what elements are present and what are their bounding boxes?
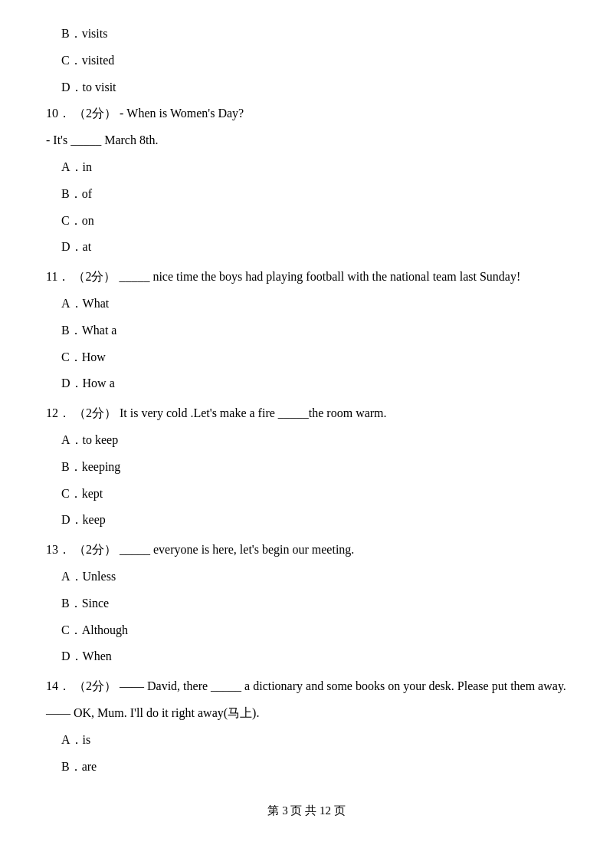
- q14-number: 14．: [46, 679, 70, 692]
- question-12: 12． （2分） It is very cold .Let's make a f…: [46, 403, 567, 531]
- footer-text: 第 3 页 共 12 页: [267, 804, 345, 817]
- question-10: 10． （2分） - When is Women's Day? - It's _…: [46, 103, 567, 258]
- q14-option-a: A．is: [46, 729, 567, 751]
- question-13: 13． （2分） _____ everyone is here, let's b…: [46, 539, 567, 668]
- q13-number: 13．: [46, 543, 70, 556]
- question-10-sub: - It's _____ March 8th.: [46, 130, 567, 152]
- question-14-stem: 14． （2分） —— David, there _____ a diction…: [46, 676, 567, 698]
- question-14-sub: —— OK, Mum. I'll do it right away(马上).: [46, 702, 567, 725]
- question-10-stem: 10． （2分） - When is Women's Day?: [46, 103, 567, 125]
- option-b-visits: B．visits: [46, 23, 567, 45]
- question-13-stem: 13． （2分） _____ everyone is here, let's b…: [46, 539, 567, 561]
- q13-option-d: D．When: [46, 646, 567, 668]
- question-12-stem: 12． （2分） It is very cold .Let's make a f…: [46, 403, 567, 425]
- q12-option-d: D．keep: [46, 509, 567, 531]
- page-footer: 第 3 页 共 12 页: [46, 801, 567, 821]
- q10-option-c: C．on: [46, 210, 567, 232]
- q13-score: （2分）: [74, 543, 116, 556]
- question-11: 11． （2分） _____ nice time the boys had pl…: [46, 266, 567, 395]
- q11-number: 11．: [46, 270, 70, 283]
- q12-number: 12．: [46, 406, 70, 419]
- q14-text: —— David, there _____ a dictionary and s…: [120, 679, 566, 692]
- q10-option-a: A．in: [46, 156, 567, 179]
- q10-number: 10．: [46, 107, 70, 120]
- q12-text: It is very cold .Let's make a fire _____…: [120, 406, 387, 419]
- q10-option-b: B．of: [46, 183, 567, 205]
- q13-option-a: A．Unless: [46, 566, 567, 588]
- q11-option-a: A．What: [46, 293, 567, 315]
- q14-score: （2分）: [74, 679, 116, 692]
- q12-option-b: B．keeping: [46, 456, 567, 478]
- q12-score: （2分）: [74, 406, 116, 419]
- q11-option-b: B．What a: [46, 320, 567, 342]
- q12-option-c: C．kept: [46, 483, 567, 505]
- q11-option-c: C．How: [46, 347, 567, 369]
- q10-sub-text: - It's _____ March 8th.: [46, 133, 158, 146]
- q11-option-d: D．How a: [46, 373, 567, 395]
- q13-option-b: B．Since: [46, 593, 567, 615]
- question-14: 14． （2分） —— David, there _____ a diction…: [46, 676, 567, 778]
- q11-score: （2分）: [73, 270, 116, 283]
- q10-score: （2分）: [74, 107, 116, 120]
- q11-text: _____ nice time the boys had playing foo…: [119, 270, 520, 283]
- option-d-to-visit-text: D．to visit: [61, 81, 116, 94]
- option-c-visited-text: C．visited: [61, 54, 114, 67]
- q10-option-d: D．at: [46, 236, 567, 258]
- option-b-visits-text: B．visits: [61, 27, 107, 40]
- option-d-to-visit: D．to visit: [46, 77, 567, 99]
- q13-text: _____ everyone is here, let's begin our …: [120, 543, 354, 556]
- q14-sub-text: —— OK, Mum. I'll do it right away(马上).: [46, 706, 259, 719]
- q13-option-c: C．Although: [46, 620, 567, 642]
- question-11-stem: 11． （2分） _____ nice time the boys had pl…: [46, 266, 567, 288]
- q12-option-a: A．to keep: [46, 429, 567, 452]
- q10-text: - When is Women's Day?: [120, 107, 244, 120]
- q14-option-b: B．are: [46, 756, 567, 778]
- option-c-visited: C．visited: [46, 50, 567, 72]
